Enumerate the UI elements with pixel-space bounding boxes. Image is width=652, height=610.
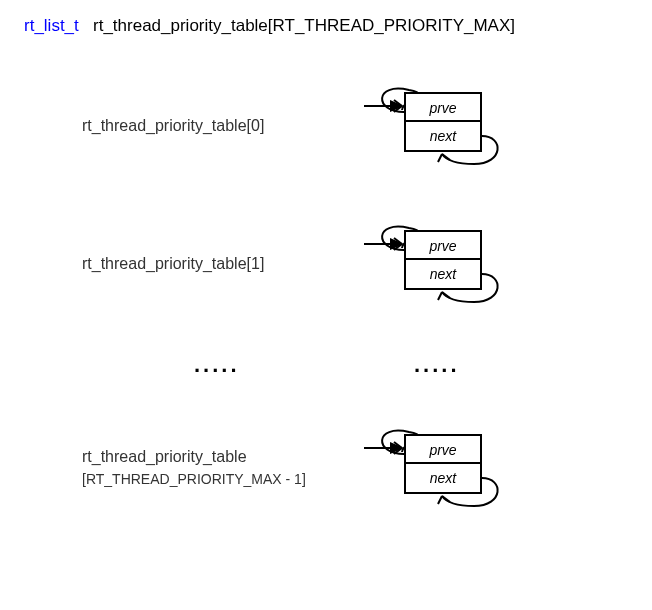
declaration-title: rt_list_t rt_thread_priority_table[RT_TH… — [24, 16, 628, 36]
prve-cell: prve — [406, 94, 480, 122]
list-node-last: prve next — [354, 428, 554, 508]
label-main: rt_thread_priority_table[0] — [82, 117, 264, 134]
ellipsis-row: ..... ..... — [24, 352, 628, 378]
prve-cell: prve — [406, 436, 480, 464]
priority-row-last: rt_thread_priority_table [RT_THREAD_PRIO… — [24, 428, 628, 508]
next-cell: next — [406, 122, 480, 150]
list-node-0: prve next — [354, 86, 554, 166]
next-cell: next — [406, 464, 480, 492]
label-main: rt_thread_priority_table[1] — [82, 255, 264, 272]
node-box: prve next — [404, 92, 482, 152]
priority-row-0: rt_thread_priority_table[0] prve next — [24, 86, 628, 166]
node-box: prve next — [404, 434, 482, 494]
variable-declaration: rt_thread_priority_table[RT_THREAD_PRIOR… — [93, 16, 515, 35]
label-sub: [RT_THREAD_PRIORITY_MAX - 1] — [82, 471, 306, 487]
list-node-1: prve next — [354, 224, 554, 304]
priority-row-1: rt_thread_priority_table[1] prve next — [24, 224, 628, 304]
type-name: rt_list_t — [24, 16, 79, 35]
node-box: prve next — [404, 230, 482, 290]
row-label-last: rt_thread_priority_table [RT_THREAD_PRIO… — [24, 446, 354, 489]
next-cell: next — [406, 260, 480, 288]
prve-cell: prve — [406, 232, 480, 260]
row-label-1: rt_thread_priority_table[1] — [24, 253, 354, 275]
dots-right: ..... — [354, 352, 554, 378]
dots-left: ..... — [24, 352, 354, 378]
row-label-0: rt_thread_priority_table[0] — [24, 115, 354, 137]
label-main: rt_thread_priority_table — [82, 448, 247, 465]
